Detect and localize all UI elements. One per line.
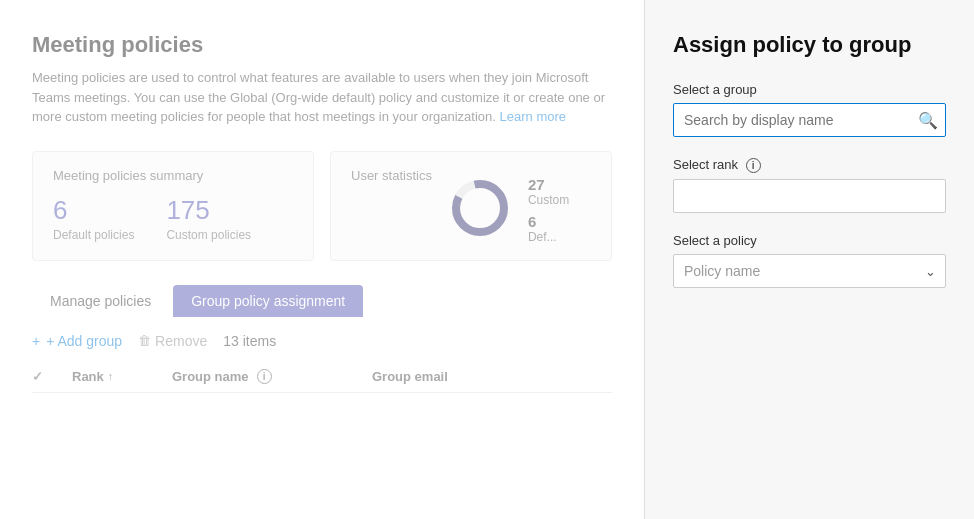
plus-icon: + (32, 333, 40, 349)
user-stats-title: User statistics (351, 168, 432, 183)
remove-button[interactable]: 🗑 Remove (138, 333, 207, 349)
page-title: Meeting policies (32, 32, 612, 58)
learn-more-link[interactable]: Learn more (500, 109, 566, 124)
default-stat-label: Default policies (53, 228, 134, 242)
search-icon: 🔍 (918, 112, 938, 129)
table-header: ✓ Rank ↑ Group name i Group email (32, 361, 612, 393)
custom-stat-label: Custom policies (166, 228, 251, 242)
tab-manage-policies[interactable]: Manage policies (32, 285, 169, 317)
remove-label: Remove (155, 333, 207, 349)
toolbar: + + Add group 🗑 Remove 13 items (32, 333, 612, 349)
select-group-label: Select a group (673, 82, 946, 97)
donut-svg (448, 176, 512, 240)
default-legend-label: Def... (528, 230, 569, 244)
items-count: 13 items (223, 333, 276, 349)
user-stats-title-col: User statistics (351, 168, 432, 195)
check-icon: ✓ (32, 369, 43, 384)
col-group-email-header: Group email (372, 369, 572, 384)
custom-stat: 175 Custom policies (166, 195, 251, 242)
user-stats-legend: 27 Custom 6 Def... (528, 176, 569, 244)
tab-group-policy-assignment[interactable]: Group policy assignment (173, 285, 363, 317)
custom-legend-value: 27 (528, 176, 569, 193)
left-panel: Meeting policies Meeting policies are us… (0, 0, 644, 519)
panel-title: Assign policy to group (673, 32, 946, 58)
add-group-button[interactable]: + + Add group (32, 333, 122, 349)
tabs-row: Manage policies Group policy assignment (32, 285, 612, 317)
rank-info-icon: i (746, 158, 761, 173)
group-email-header-label: Group email (372, 369, 448, 384)
default-legend-value: 6 (528, 213, 569, 230)
custom-legend-label: Custom (528, 193, 569, 207)
right-panel: Assign policy to group Select a group 🔍 … (644, 0, 974, 519)
col-check: ✓ (32, 369, 72, 384)
custom-legend-item: 27 Custom (528, 176, 569, 207)
col-rank-header[interactable]: Rank ↑ (72, 369, 172, 384)
trash-icon: 🗑 (138, 333, 151, 348)
meeting-policies-summary-card: Meeting policies summary 6 Default polic… (32, 151, 314, 261)
add-group-label: + Add group (46, 333, 122, 349)
user-statistics-card: User statistics 27 Custom 6 Def... (330, 151, 612, 261)
default-legend-item: 6 Def... (528, 213, 569, 244)
group-name-info-icon: i (257, 369, 272, 384)
search-group-input[interactable] (673, 103, 946, 137)
search-icon-button[interactable]: 🔍 (918, 111, 938, 130)
group-name-header-label: Group name (172, 369, 249, 384)
custom-stat-value: 175 (166, 195, 251, 226)
default-stat: 6 Default policies (53, 195, 134, 242)
rank-header-label: Rank (72, 369, 104, 384)
select-policy-label: Select a policy (673, 233, 946, 248)
search-group-field-wrap: 🔍 (673, 103, 946, 137)
policy-select-wrap: Policy name ⌄ (673, 254, 946, 288)
summary-row: Meeting policies summary 6 Default polic… (32, 151, 612, 261)
rank-input[interactable]: 1 (673, 179, 946, 213)
col-group-name-header: Group name i (172, 369, 372, 384)
policy-select[interactable]: Policy name (673, 254, 946, 288)
summary-card-title: Meeting policies summary (53, 168, 293, 183)
summary-stats: 6 Default policies 175 Custom policies (53, 195, 293, 242)
select-rank-label: Select rank i (673, 157, 946, 173)
page-description: Meeting policies are used to control wha… (32, 68, 612, 127)
sort-icon: ↑ (108, 370, 114, 382)
donut-chart (448, 176, 512, 240)
default-stat-value: 6 (53, 195, 134, 226)
